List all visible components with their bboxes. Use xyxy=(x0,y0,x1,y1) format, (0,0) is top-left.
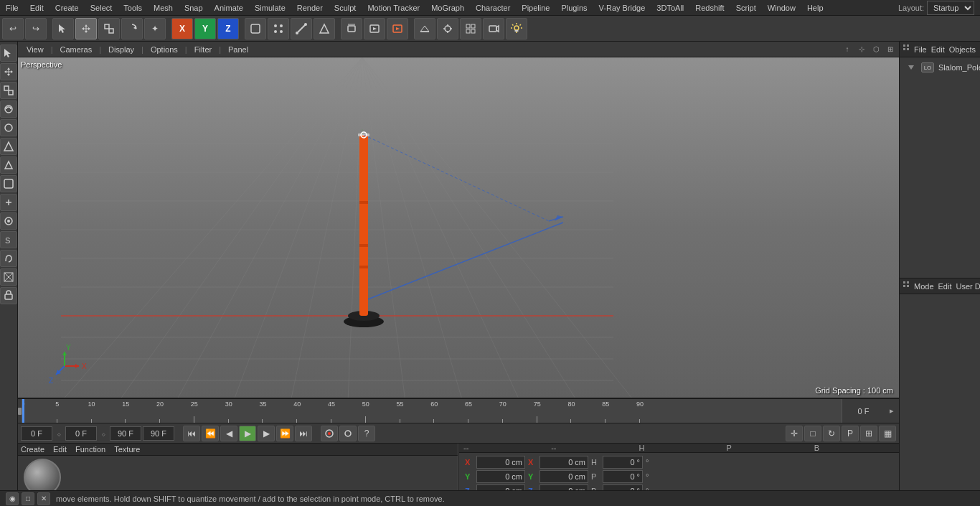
light-button[interactable] xyxy=(506,18,527,39)
objects-toolbar-objects[interactable]: Objects xyxy=(949,45,976,54)
keyframe-help-button[interactable]: ? xyxy=(358,426,375,441)
param-button[interactable]: P xyxy=(842,426,859,441)
menu-plugins[interactable]: Plugins xyxy=(555,2,593,14)
snap-button[interactable] xyxy=(437,18,458,39)
render-region-button[interactable] xyxy=(341,18,362,39)
x-axis-button[interactable]: X xyxy=(171,18,193,39)
coord-x2-input[interactable] xyxy=(540,456,588,469)
left-icon-5[interactable] xyxy=(0,138,17,155)
status-icon-square[interactable]: □ xyxy=(22,492,34,505)
coord-y2-input[interactable] xyxy=(540,470,588,483)
menu-sculpt[interactable]: Sculpt xyxy=(329,2,362,14)
grid-button[interactable] xyxy=(460,18,481,39)
viewport-tab-display[interactable]: Display xyxy=(103,44,140,55)
viewport-icon-move[interactable]: ⊹ xyxy=(856,44,867,55)
select-tool-button[interactable] xyxy=(52,18,74,39)
viewport-icon-layout[interactable]: ⊞ xyxy=(885,44,896,55)
menu-create[interactable]: Create xyxy=(50,2,85,14)
workplane-button[interactable] xyxy=(414,18,435,39)
menu-edit[interactable]: Edit xyxy=(24,2,50,14)
y-axis-button[interactable]: Y xyxy=(194,18,216,39)
play-button[interactable]: ▶ xyxy=(239,426,256,441)
menu-mesh[interactable]: Mesh xyxy=(148,2,179,14)
menu-render[interactable]: Render xyxy=(291,2,329,14)
timeline-ruler[interactable]: 051015202530354045505560657075808590 xyxy=(22,399,842,423)
menu-file[interactable]: File xyxy=(0,2,24,14)
menu-mograph[interactable]: MoGraph xyxy=(425,2,470,14)
left-icon-8[interactable] xyxy=(0,194,17,211)
left-icon-10[interactable]: S xyxy=(0,231,17,248)
viewport-icon-lock[interactable]: ⬡ xyxy=(870,44,882,55)
viewport-tab-filter[interactable]: Filter xyxy=(189,44,217,55)
left-icon-7[interactable] xyxy=(0,175,17,192)
z-axis-button[interactable]: Z xyxy=(217,18,239,39)
left-icon-3[interactable] xyxy=(0,100,17,118)
menu-tools[interactable]: Tools xyxy=(118,2,148,14)
objects-toolbar-edit[interactable]: Edit xyxy=(931,45,945,54)
left-icon-2[interactable] xyxy=(0,82,17,99)
attrs-toolbar-mode[interactable]: Mode xyxy=(914,282,934,291)
point-mode-button[interactable] xyxy=(268,18,289,39)
edge-mode-button[interactable] xyxy=(291,18,312,39)
next-frame-button[interactable]: ▶ xyxy=(258,426,275,441)
step-back-button[interactable]: ⏪ xyxy=(202,426,219,441)
viewport-tab-panel[interactable]: Panel xyxy=(222,44,254,55)
redo-button[interactable]: ↪ xyxy=(25,18,47,39)
go-to-start-button[interactable]: ⏮ xyxy=(183,426,200,441)
menu-motion-tracker[interactable]: Motion Tracker xyxy=(362,2,425,14)
timeline-expand[interactable]: ▸ xyxy=(885,399,899,423)
auto-key-button[interactable] xyxy=(339,426,357,441)
rotate-tool-button[interactable] xyxy=(121,18,143,39)
coord-x1-input[interactable] xyxy=(476,456,525,469)
menu-window[interactable]: Window xyxy=(762,2,801,14)
record-button[interactable] xyxy=(321,426,338,441)
material-tab-edit[interactable]: Edit xyxy=(53,444,67,455)
left-icon-13[interactable] xyxy=(0,287,17,304)
coord-p-input[interactable] xyxy=(603,470,643,483)
menu-pipeline[interactable]: Pipeline xyxy=(516,2,555,14)
attrs-toolbar-edit[interactable]: Edit xyxy=(938,282,952,291)
polygon-mode-button[interactable] xyxy=(314,18,335,39)
object-row-slalom[interactable]: LO Slalom_Pole_With_Base xyxy=(903,60,980,75)
viewport-tab-options[interactable]: Options xyxy=(145,44,184,55)
menu-redshift[interactable]: Redshift xyxy=(689,2,730,14)
menu-snap[interactable]: Snap xyxy=(179,2,209,14)
attrs-toolbar-userdata[interactable]: User Data xyxy=(956,282,981,291)
menu-vray[interactable]: V-Ray Bridge xyxy=(593,2,651,14)
coord-y1-input[interactable] xyxy=(476,470,525,483)
frame-end[interactable]: 90 F xyxy=(110,426,141,441)
move-tool-right-button[interactable]: ✛ xyxy=(786,426,803,441)
grid-dots-button[interactable]: ⊞ xyxy=(860,426,877,441)
layout-dropdown[interactable]: Startup xyxy=(927,1,974,15)
render-preview-button[interactable] xyxy=(364,18,385,39)
viewport-icon-arrow-up[interactable]: ↑ xyxy=(842,44,853,55)
menu-help[interactable]: Help xyxy=(801,2,829,14)
viewport-tab-cameras[interactable]: Cameras xyxy=(55,44,98,55)
step-forward-button[interactable]: ⏩ xyxy=(276,426,293,441)
left-icon-4[interactable] xyxy=(0,119,17,136)
scale-tool-right-button[interactable]: □ xyxy=(804,426,821,441)
left-icon-12[interactable] xyxy=(0,268,17,286)
left-icon-6[interactable] xyxy=(0,156,17,174)
left-icon-1[interactable] xyxy=(0,63,17,80)
frame-start[interactable]: 0 F xyxy=(21,426,52,441)
menu-3dtall[interactable]: 3DToAll xyxy=(651,2,689,14)
frame-end-right[interactable]: 90 F xyxy=(143,426,174,441)
left-icon-11[interactable] xyxy=(0,250,17,267)
render-button[interactable] xyxy=(387,18,408,39)
status-icon-record[interactable]: ◉ xyxy=(6,492,19,505)
frame-current[interactable]: 0 F xyxy=(65,426,97,441)
viewport-tab-view[interactable]: View xyxy=(21,44,50,55)
camera-button[interactable] xyxy=(483,18,504,39)
coord-h-input[interactable] xyxy=(603,456,643,469)
left-icon-9[interactable] xyxy=(0,212,17,230)
scale-tool-button[interactable] xyxy=(98,18,120,39)
objects-toolbar-file[interactable]: File xyxy=(914,45,927,54)
move-tool-button[interactable] xyxy=(75,18,97,39)
viewport-canvas[interactable]: X Y Z xyxy=(18,57,899,398)
prev-frame-button[interactable]: ◀ xyxy=(220,426,237,441)
menu-simulate[interactable]: Simulate xyxy=(249,2,291,14)
render-icons-button[interactable]: ▦ xyxy=(879,426,896,441)
material-tab-function[interactable]: Function xyxy=(75,444,105,455)
material-tab-create[interactable]: Create xyxy=(21,444,44,455)
